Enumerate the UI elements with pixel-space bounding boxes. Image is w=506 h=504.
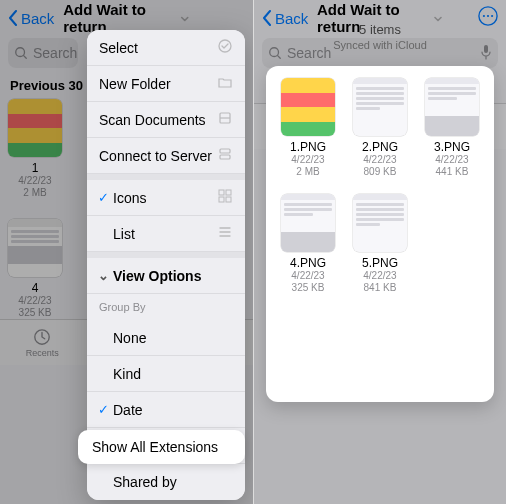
file-name: 1.PNG — [276, 140, 340, 154]
menu-group-none[interactable]: None — [87, 320, 245, 356]
menu-group-date[interactable]: ✓Date — [87, 392, 245, 428]
file-thumb — [425, 78, 479, 136]
file-item[interactable]: 4.PNG4/22/23325 KB — [272, 192, 344, 304]
file-item[interactable]: 1.PNG4/22/232 MB — [272, 76, 344, 188]
file-name: 3.PNG — [420, 140, 484, 154]
menu-group-kind[interactable]: Kind — [87, 356, 245, 392]
svg-rect-4 — [220, 155, 230, 159]
file-date: 4/22/23 — [420, 154, 484, 166]
check-icon: ✓ — [95, 402, 111, 417]
group-by-label: Group By — [87, 294, 245, 320]
grid-icon — [217, 188, 233, 207]
file-date: 4/22/23 — [348, 154, 412, 166]
menu-view-options-header[interactable]: ⌄ View Options — [87, 258, 245, 294]
file-date: 4/22/23 — [348, 270, 412, 282]
scan-icon — [217, 110, 233, 129]
file-size: 325 KB — [276, 282, 340, 294]
folder-plus-icon — [217, 74, 233, 93]
svg-rect-8 — [226, 197, 231, 202]
menu-scan-documents[interactable]: Scan Documents — [87, 102, 245, 138]
file-thumb — [353, 194, 407, 252]
check-icon: ✓ — [95, 190, 111, 205]
file-thumb — [353, 78, 407, 136]
server-icon — [217, 146, 233, 165]
menu-select[interactable]: Select — [87, 30, 245, 66]
select-circle-icon — [217, 38, 233, 57]
file-date: 4/22/23 — [276, 154, 340, 166]
file-size: 841 KB — [348, 282, 412, 294]
file-size: 809 KB — [348, 166, 412, 178]
menu-group-shared-by[interactable]: Shared by — [87, 464, 245, 500]
svg-point-1 — [219, 40, 231, 52]
file-name: 2.PNG — [348, 140, 412, 154]
list-icon — [217, 224, 233, 243]
menu-new-folder[interactable]: New Folder — [87, 66, 245, 102]
file-item[interactable]: 2.PNG4/22/23809 KB — [344, 76, 416, 188]
file-size: 2 MB — [276, 166, 340, 178]
chevron-down-icon: ⌄ — [95, 268, 111, 283]
file-thumb — [281, 194, 335, 252]
menu-connect-server[interactable]: Connect to Server — [87, 138, 245, 174]
file-name: 5.PNG — [348, 256, 412, 270]
menu-show-all-extensions[interactable]: Show All Extensions — [78, 430, 245, 464]
file-item[interactable]: 3.PNG4/22/23441 KB — [416, 76, 488, 188]
file-size: 441 KB — [420, 166, 484, 178]
file-item[interactable]: 5.PNG4/22/23841 KB — [344, 192, 416, 304]
svg-rect-3 — [220, 149, 230, 153]
file-date: 4/22/23 — [276, 270, 340, 282]
file-name: 4.PNG — [276, 256, 340, 270]
menu-icons-view[interactable]: ✓ Icons — [87, 180, 245, 216]
file-thumb — [281, 78, 335, 136]
svg-rect-7 — [219, 197, 224, 202]
menu-list-view[interactable]: List — [87, 216, 245, 252]
file-grid-panel: 1.PNG4/22/232 MB2.PNG4/22/23809 KB3.PNG4… — [266, 66, 494, 402]
svg-rect-6 — [226, 190, 231, 195]
svg-rect-5 — [219, 190, 224, 195]
